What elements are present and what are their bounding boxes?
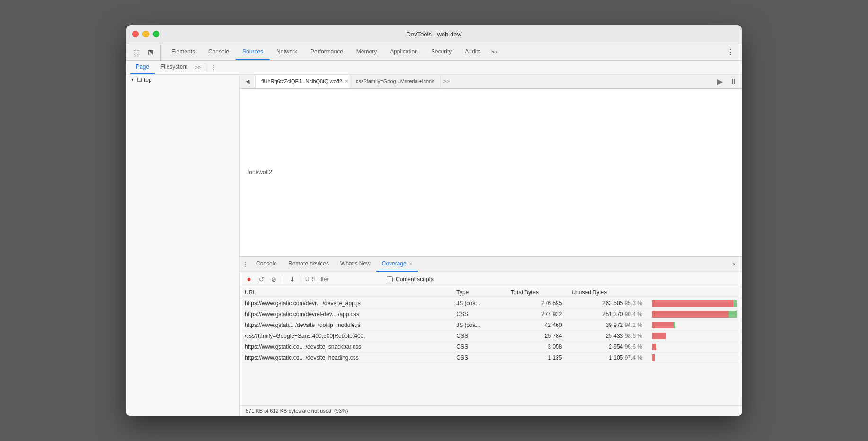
cell-unused-bytes: 39 972 94.1 % xyxy=(567,319,647,330)
file-tabs-right: ▶ ⏸ xyxy=(712,75,742,88)
file-tab-css[interactable]: css?family=Goog...Material+Icons xyxy=(350,75,441,88)
tree-top-label: top xyxy=(144,77,152,83)
bottom-kebab-icon[interactable]: ⋮ xyxy=(242,260,248,268)
tab-memory[interactable]: Memory xyxy=(350,44,383,60)
col-type: Type xyxy=(452,287,506,298)
cell-url: https://www.gstatic.com/devr... /devsite… xyxy=(240,298,452,309)
content-scripts-checkbox[interactable] xyxy=(387,276,393,282)
url-filter-input[interactable] xyxy=(305,276,381,282)
file-tab-css-label: css?family=Goog...Material+Icons xyxy=(356,79,434,84)
window-title: DevTools - web.dev/ xyxy=(406,31,461,38)
file-tab-woff2-label: flUhRq6tzZclQEJ...NclhQ8tQ.woff2 xyxy=(261,79,342,84)
toolbar-divider-2 xyxy=(301,275,301,283)
file-tab-woff2-close[interactable]: × xyxy=(345,78,348,85)
cell-type: JS (coa... xyxy=(452,319,506,330)
bottom-tab-coverage[interactable]: Coverage × xyxy=(376,257,418,272)
subnav-kebab[interactable]: ⋮ xyxy=(207,63,220,71)
file-tabs: ◀ flUhRq6tzZclQEJ...NclhQ8tQ.woff2 × css… xyxy=(240,75,742,89)
tree-arrow-icon: ▼ xyxy=(130,77,135,82)
cell-bar xyxy=(647,319,742,330)
col-url: URL xyxy=(240,287,452,298)
cell-unused-bytes: 251 370 90.4 % xyxy=(567,309,647,319)
table-row[interactable]: https://www.gstatic.co... /devsite_headi… xyxy=(240,352,742,363)
subnav-page[interactable]: Page xyxy=(130,61,155,74)
nav-icons: ⬚ ⬔ xyxy=(130,44,161,60)
titlebar: DevTools - web.dev/ xyxy=(126,25,742,44)
maximize-button[interactable] xyxy=(153,31,159,37)
subnav-more[interactable]: >> xyxy=(193,64,203,70)
table-row[interactable]: https://www.gstatic.com/devr... /devsite… xyxy=(240,298,742,309)
cell-unused-bytes: 263 505 95.3 % xyxy=(567,298,647,309)
coverage-clear-button[interactable]: ⊘ xyxy=(268,274,279,284)
coverage-tab-close[interactable]: × xyxy=(409,261,412,266)
toolbar-divider xyxy=(283,275,283,283)
table-row[interactable]: https://www.gstati... /devsite_tooltip_m… xyxy=(240,319,742,330)
content-scripts-text: Content scripts xyxy=(396,276,434,282)
col-total-bytes: Total Bytes xyxy=(506,287,567,298)
bottom-tabs: ⋮ Console Remote devices What's New Cove… xyxy=(240,257,742,272)
coverage-table: URL Type Total Bytes Unused Bytes https:… xyxy=(240,287,742,363)
cell-bar xyxy=(647,352,742,363)
tab-security[interactable]: Security xyxy=(425,44,458,60)
cell-bar xyxy=(647,330,742,341)
cell-type: CSS xyxy=(452,330,506,341)
close-button[interactable] xyxy=(132,31,139,37)
table-row[interactable]: https://www.gstatic.com/devrel-dev... /a… xyxy=(240,309,742,319)
devtools-window: DevTools - web.dev/ ⬚ ⬔ Elements Console… xyxy=(126,25,742,416)
inspector-icon[interactable]: ⬚ xyxy=(130,46,142,58)
content-scripts-label[interactable]: Content scripts xyxy=(387,276,434,282)
cell-bar xyxy=(647,341,742,352)
traffic-lights xyxy=(132,31,159,37)
tab-console[interactable]: Console xyxy=(202,44,236,60)
tab-network[interactable]: Network xyxy=(270,44,304,60)
table-row[interactable]: /css?family=Google+Sans:400,500|Roboto:4… xyxy=(240,330,742,341)
tab-sources[interactable]: Sources xyxy=(236,44,270,60)
table-row[interactable]: https://www.gstatic.co... /devsite_snack… xyxy=(240,341,742,352)
bottom-tab-remote-devices[interactable]: Remote devices xyxy=(283,257,335,272)
cell-url: https://www.gstati... /devsite_tooltip_m… xyxy=(240,319,452,330)
back-icon: ◀ xyxy=(246,79,249,85)
tab-audits[interactable]: Audits xyxy=(458,44,487,60)
cell-total-bytes: 25 784 xyxy=(506,330,567,341)
cell-unused-bytes: 2 954 96.6 % xyxy=(567,341,647,352)
bottom-tab-console[interactable]: Console xyxy=(250,257,283,272)
sources-subnav: Page Filesystem >> ⋮ xyxy=(126,61,742,75)
pause-icon[interactable]: ⏸ xyxy=(727,77,739,86)
cell-type: CSS xyxy=(452,309,506,319)
coverage-record-button[interactable]: ● xyxy=(244,274,254,284)
cell-url: https://www.gstatic.co... /devsite_headi… xyxy=(240,352,452,363)
minimize-button[interactable] xyxy=(142,31,149,37)
cell-unused-bytes: 1 105 97.4 % xyxy=(567,352,647,363)
tab-performance[interactable]: Performance xyxy=(304,44,350,60)
file-tab-woff2[interactable]: flUhRq6tzZclQEJ...NclhQ8tQ.woff2 × xyxy=(256,75,350,88)
nav-kebab[interactable]: ⋮ xyxy=(723,44,738,60)
bottom-panel-close[interactable]: × xyxy=(728,260,740,268)
cell-type: CSS xyxy=(452,341,506,352)
device-icon[interactable]: ⬔ xyxy=(144,46,157,58)
tab-application[interactable]: Application xyxy=(383,44,425,60)
cell-total-bytes: 42 460 xyxy=(506,319,567,330)
tab-elements[interactable]: Elements xyxy=(165,44,202,60)
frame-icon: ☐ xyxy=(137,77,142,83)
file-tab-back[interactable]: ◀ xyxy=(240,75,256,88)
coverage-refresh-button[interactable]: ↺ xyxy=(256,274,266,284)
main-area: ▼ ☐ top ◀ flUhRq6tzZclQEJ...NclhQ8tQ.wof… xyxy=(126,75,742,416)
file-tabs-more[interactable]: >> xyxy=(441,75,452,88)
coverage-download-button[interactable]: ⬇ xyxy=(287,274,297,284)
bottom-tab-whats-new[interactable]: What's New xyxy=(335,257,376,272)
subnav-filesystem[interactable]: Filesystem xyxy=(155,61,193,74)
cell-bar xyxy=(647,298,742,309)
nav-more[interactable]: >> xyxy=(487,44,502,60)
cell-total-bytes: 276 595 xyxy=(506,298,567,309)
tree-top-item[interactable]: ▼ ☐ top xyxy=(126,75,239,85)
status-bar: 571 KB of 612 KB bytes are not used. (93… xyxy=(240,405,742,416)
run-icon[interactable]: ▶ xyxy=(715,77,725,86)
right-area: ◀ flUhRq6tzZclQEJ...NclhQ8tQ.woff2 × css… xyxy=(240,75,742,416)
cell-url: https://www.gstatic.co... /devsite_snack… xyxy=(240,341,452,352)
col-bar xyxy=(647,287,742,298)
col-unused-bytes: Unused Bytes xyxy=(567,287,647,298)
devtools-nav: ⬚ ⬔ Elements Console Sources Network Per… xyxy=(126,44,742,61)
file-content-area: font/woff2 xyxy=(240,89,742,256)
cell-total-bytes: 1 135 xyxy=(506,352,567,363)
cell-total-bytes: 277 932 xyxy=(506,309,567,319)
